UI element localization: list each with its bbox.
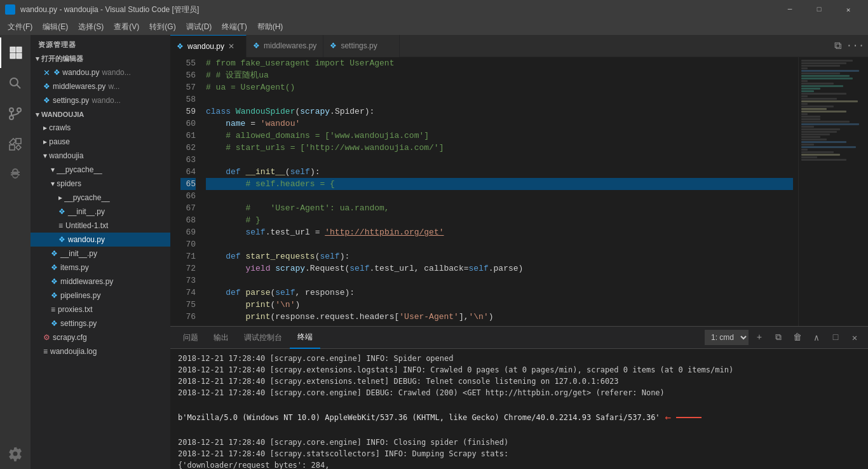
tree-wandoujia-chevron: ▾ (43, 151, 47, 160)
activity-debug[interactable] (0, 160, 31, 190)
terminal-line-1: 2018-12-21 17:28:40 [scrapy.core.engine]… (178, 353, 860, 364)
tree-init-1[interactable]: ❖ __init__.py (31, 205, 170, 219)
terminal-split-button[interactable]: ⧉ (770, 329, 787, 346)
tab-settings-icon: ❖ (330, 41, 337, 50)
tree-pycache2-chevron: ▸ (58, 193, 62, 202)
tab-wandou-py[interactable]: ❖ wandou.py ✕ (170, 35, 247, 57)
tree-untitled-label: Untitled-1.txt (65, 221, 108, 230)
tree-pause[interactable]: ▸ pause (31, 135, 170, 149)
activity-extensions[interactable] (0, 129, 31, 160)
wandou-py-icon: ❖ (58, 235, 65, 244)
tree-pipelines-py[interactable]: ❖ pipelines.py (31, 289, 170, 302)
tree-settings-label: settings.py (60, 319, 97, 328)
terminal-up-button[interactable]: ∧ (808, 329, 825, 346)
terminal-content[interactable]: 2018-12-21 17:28:40 [scrapy.core.engine]… (170, 349, 868, 469)
panel-tab-terminal[interactable]: 终端 (290, 327, 320, 349)
project-header[interactable]: ▾ WANDOUJIA (31, 109, 170, 121)
tab-wandou-icon: ❖ (177, 42, 184, 51)
sidebar: 资源管理器 ▾ 打开的编辑器 ✕ ❖ wandou.py wando... ❖ … (31, 35, 170, 469)
open-file-wandou-label: wandou.py (62, 68, 99, 77)
close-button[interactable]: ✕ (834, 0, 863, 19)
terminal-selector[interactable]: 1: cmd (705, 330, 749, 345)
tab-settings[interactable]: ❖ settings.py (323, 35, 400, 57)
tab-middlewares-label: middlewares.py (264, 41, 316, 50)
tree-wandoujia-label: wandoujia (49, 151, 83, 160)
tab-middlewares[interactable]: ❖ middlewares.py (247, 35, 323, 57)
maximize-button[interactable]: □ (804, 0, 834, 19)
tree-wandoujia[interactable]: ▾ wandoujia (31, 149, 170, 163)
menu-edit[interactable]: 编辑(E) (37, 19, 73, 35)
log-icon: ≡ (43, 347, 48, 356)
code-content[interactable]: # from fake_useragent import UserAgent #… (201, 57, 798, 326)
menu-debug[interactable]: 调试(D) (181, 19, 217, 35)
line-numbers: 55565758 59 60616263 64 65 66676869 7071… (170, 57, 201, 326)
menu-file[interactable]: 文件(F) (3, 19, 37, 35)
svg-point-4 (10, 78, 18, 86)
tree-settings-py[interactable]: ❖ settings.py (31, 316, 170, 330)
tab-middlewares-icon: ❖ (253, 41, 260, 50)
menu-terminal[interactable]: 终端(T) (217, 19, 252, 35)
activity-settings[interactable] (0, 438, 31, 469)
terminal-close-button[interactable]: ✕ (846, 329, 863, 346)
tree-pycache1-label: __pycache__ (57, 165, 102, 174)
settings-file-icon: ❖ (43, 96, 50, 105)
open-file-wandou-path: wando... (102, 68, 130, 77)
panel-tab-output[interactable]: 输出 (206, 327, 236, 349)
open-file-middlewares[interactable]: ❖ middlewares.py w... (31, 79, 170, 93)
tree-wandoujia-log[interactable]: ≡ wandoujia.log (31, 344, 170, 358)
main-layout: 资源管理器 ▾ 打开的编辑器 ✕ ❖ wandou.py wando... ❖ … (0, 35, 868, 469)
tree-proxies-txt[interactable]: ≡ proxies.txt (31, 302, 170, 316)
panel-tab-problems[interactable]: 问题 (175, 327, 206, 349)
open-file-settings[interactable]: ❖ settings.py wando... (31, 93, 170, 107)
open-file-middlewares-label: middlewares.py (53, 82, 105, 91)
activity-bar (0, 35, 31, 469)
tree-pycache1-chevron: ▾ (51, 165, 55, 174)
tree-scrapy-cfg[interactable]: ⚙ scrapy.cfg (31, 330, 170, 344)
panel-tabs: 问题 输出 调试控制台 终端 1: cmd + ⧉ 🗑 ∧ □ ✕ (170, 327, 868, 349)
more-tabs-button[interactable]: ··· (848, 38, 863, 53)
open-file-middlewares-path: w... (108, 82, 119, 91)
open-editors-header[interactable]: ▾ 打开的编辑器 (31, 52, 170, 65)
open-editors-label: ▾ 打开的编辑器 (36, 54, 83, 64)
split-editor-button[interactable]: ⧉ (830, 38, 845, 53)
tree-spiders-chevron: ▾ (51, 179, 55, 188)
menu-view[interactable]: 查看(V) (109, 19, 144, 35)
tree-init-2[interactable]: ❖ __init__.py (31, 247, 170, 261)
tree-untitled[interactable]: ≡ Untitled-1.txt (31, 219, 170, 233)
activity-explorer[interactable] (0, 37, 31, 68)
terminal-expand-button[interactable]: □ (827, 329, 844, 346)
tab-wandou-label: wandou.py (187, 42, 224, 51)
svg-point-7 (10, 108, 13, 112)
terminal-add-button[interactable]: + (751, 329, 768, 346)
activity-search[interactable] (0, 68, 31, 99)
tree-crawls-chevron: ▸ (43, 123, 47, 132)
menu-selection[interactable]: 选择(S) (73, 19, 109, 35)
tab-wandou-close[interactable]: ✕ (228, 42, 234, 51)
tree-wandou-py[interactable]: ❖ wandou.py (31, 233, 170, 247)
activity-git[interactable] (0, 99, 31, 129)
tree-pipelines-label: pipelines.py (60, 291, 100, 300)
menu-bar: 文件(F) 编辑(E) 选择(S) 查看(V) 转到(G) 调试(D) 终端(T… (0, 19, 868, 35)
tree-pycache-1[interactable]: ▾ __pycache__ (31, 163, 170, 177)
tree-init2-label: __init__.py (60, 249, 97, 258)
code-editor[interactable]: 55565758 59 60616263 64 65 66676869 7071… (170, 57, 798, 326)
menu-goto[interactable]: 转到(G) (144, 19, 180, 35)
init1-icon: ❖ (58, 207, 65, 216)
terminal-line-6 (178, 425, 860, 437)
tree-crawls[interactable]: ▸ crawls (31, 121, 170, 135)
tree-items-py[interactable]: ❖ items.py (31, 261, 170, 275)
terminal-result-arrow: ← (665, 410, 672, 425)
sidebar-content: ▾ 打开的编辑器 ✕ ❖ wandou.py wando... ❖ middle… (31, 52, 170, 469)
panel-tab-debug[interactable]: 调试控制台 (236, 327, 290, 349)
terminal-delete-button[interactable]: 🗑 (789, 329, 806, 346)
app-icon (5, 4, 15, 15)
panel-controls: 1: cmd + ⧉ 🗑 ∧ □ ✕ (705, 329, 863, 346)
title-bar-left: wandou.py - wandoujia - Visual Studio Co… (5, 4, 199, 15)
tree-spiders[interactable]: ▾ spiders (31, 177, 170, 191)
tree-middlewares-py[interactable]: ❖ middlewares.py (31, 275, 170, 289)
tree-pycache-2[interactable]: ▸ __pycache__ (31, 191, 170, 205)
pipelines-icon: ❖ (51, 291, 58, 300)
menu-help[interactable]: 帮助(H) (252, 19, 288, 35)
minimize-button[interactable]: ─ (775, 0, 804, 19)
open-file-wandou[interactable]: ✕ ❖ wandou.py wando... (31, 65, 170, 79)
